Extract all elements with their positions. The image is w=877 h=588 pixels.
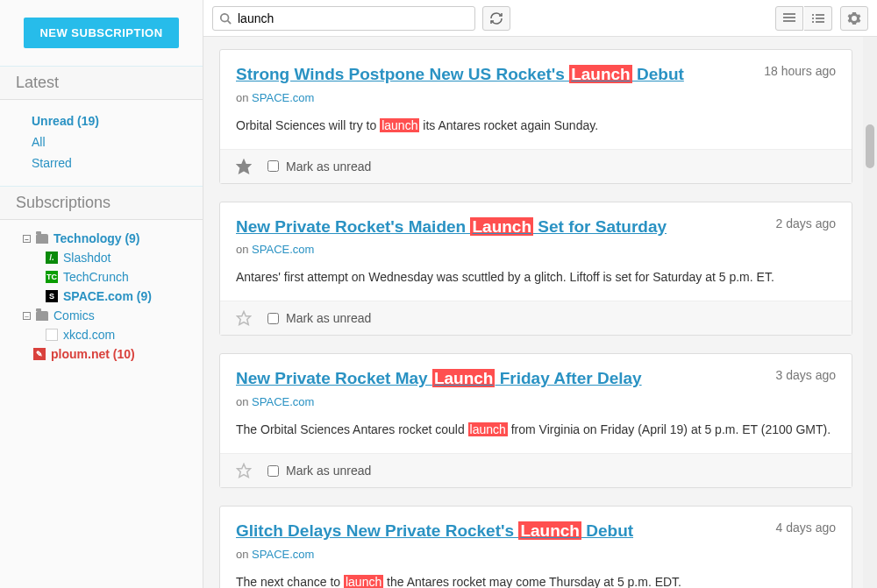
article-timestamp: 4 days ago: [776, 521, 837, 535]
toolbar: [203, 0, 877, 37]
highlight: Launch: [470, 217, 533, 236]
svg-marker-12: [238, 312, 251, 325]
tree-feed-xkcd[interactable]: x xkcd.com: [0, 325, 203, 344]
article-timestamp: 2 days ago: [776, 216, 837, 230]
feed-icon: /.: [46, 251, 58, 264]
article-source: on SPACE.com: [236, 548, 836, 561]
mark-unread-label: Mark as unread: [286, 464, 371, 478]
article-title-link[interactable]: Strong Winds Postpone New US Rocket's La…: [236, 64, 684, 86]
mark-unread-checkbox[interactable]: [267, 160, 279, 172]
view-list-button[interactable]: [804, 6, 832, 31]
article-excerpt: Antares' first attempt on Wednesday was …: [236, 268, 836, 287]
mark-unread-label: Mark as unread: [286, 159, 371, 174]
search-icon: [219, 12, 232, 25]
feed-icon: S: [46, 290, 58, 302]
article-excerpt: Orbital Sciences will try to launch its …: [236, 117, 836, 135]
svg-line-1: [228, 20, 232, 24]
feed-icon: x: [46, 329, 58, 341]
feed-icon: ✎: [33, 348, 46, 360]
scrollbar[interactable]: [863, 37, 877, 588]
tree-label: SPACE.com (9): [63, 289, 152, 303]
article-title-link[interactable]: New Private Rocket's Maiden Launch Set f…: [236, 216, 667, 238]
article-title-link[interactable]: New Private Rocket May Launch Friday Aft…: [236, 368, 642, 390]
mark-unread-toggle[interactable]: Mark as unread: [267, 311, 371, 325]
tree-label: TechCrunch: [63, 270, 129, 284]
main-area: Strong Winds Postpone New US Rocket's La…: [203, 0, 877, 588]
tree-feed-ploum[interactable]: ✎ ploum.net (10): [0, 344, 203, 364]
highlight: launch: [468, 422, 508, 436]
tree-label: Technology (9): [53, 231, 140, 245]
article-excerpt: The Orbital Sciences Antares rocket coul…: [236, 421, 836, 439]
article-source: on SPACE.com: [236, 91, 836, 104]
svg-rect-7: [812, 18, 814, 19]
highlight: Launch: [432, 369, 496, 387]
star-button[interactable]: [236, 159, 252, 174]
svg-rect-9: [812, 21, 814, 23]
article-source: on SPACE.com: [236, 243, 836, 256]
svg-point-0: [221, 13, 229, 21]
svg-marker-13: [238, 464, 251, 478]
svg-rect-10: [816, 21, 824, 23]
folder-icon: [36, 311, 48, 321]
highlight: launch: [344, 575, 383, 588]
refresh-icon: [489, 11, 503, 25]
tree-feed-techcrunch[interactable]: TC TechCrunch: [0, 267, 203, 287]
mark-unread-toggle[interactable]: Mark as unread: [267, 159, 371, 174]
svg-rect-5: [812, 14, 814, 16]
tree-folder-technology[interactable]: – Technology (9): [0, 229, 203, 248]
view-expanded-button[interactable]: [775, 6, 803, 31]
collapse-icon[interactable]: –: [23, 235, 31, 243]
article-card: New Private Rocket May Launch Friday Aft…: [219, 353, 852, 488]
highlight: Launch: [518, 521, 581, 540]
refresh-button[interactable]: [482, 6, 510, 31]
mark-unread-toggle[interactable]: Mark as unread: [267, 464, 371, 478]
svg-rect-4: [783, 20, 795, 22]
settings-button[interactable]: [840, 6, 868, 31]
article-source: on SPACE.com: [236, 395, 836, 408]
search-input[interactable]: [212, 6, 475, 31]
svg-rect-8: [816, 18, 824, 19]
article-source-link[interactable]: SPACE.com: [252, 91, 314, 104]
article-timestamp: 3 days ago: [776, 368, 837, 382]
article-source-link[interactable]: SPACE.com: [252, 395, 314, 408]
sidebar-link-starred[interactable]: Starred: [0, 152, 203, 174]
scrollbar-thumb[interactable]: [866, 124, 874, 168]
article-source-link[interactable]: SPACE.com: [252, 548, 314, 561]
svg-rect-2: [783, 13, 795, 15]
highlight: launch: [380, 118, 419, 132]
sidebar: NEW SUBSCRIPTION Latest Unread (19) All …: [0, 0, 203, 588]
new-subscription-button[interactable]: NEW SUBSCRIPTION: [24, 18, 178, 48]
list-compact-icon: [812, 13, 824, 24]
tree-label: Slashdot: [63, 251, 111, 265]
tree-feed-slashdot[interactable]: /. Slashdot: [0, 248, 203, 267]
article-card: Glitch Delays New Private Rocket's Launc…: [219, 506, 852, 588]
article-list[interactable]: Strong Winds Postpone New US Rocket's La…: [203, 37, 877, 588]
gear-icon: [847, 11, 861, 25]
star-button[interactable]: [236, 310, 252, 326]
folder-icon: [36, 234, 48, 244]
article-source-link[interactable]: SPACE.com: [252, 243, 314, 256]
star-button[interactable]: [236, 463, 252, 478]
article-title-link[interactable]: Glitch Delays New Private Rocket's Launc…: [236, 521, 633, 542]
latest-section-title: Latest: [0, 66, 203, 100]
mark-unread-checkbox[interactable]: [267, 465, 279, 477]
tree-feed-space[interactable]: S SPACE.com (9): [0, 287, 203, 306]
sidebar-link-all[interactable]: All: [0, 131, 203, 152]
feed-icon: TC: [46, 271, 58, 283]
svg-marker-11: [238, 159, 251, 173]
article-card: New Private Rocket's Maiden Launch Set f…: [219, 202, 852, 337]
collapse-icon[interactable]: –: [23, 312, 31, 320]
highlight: Launch: [569, 65, 632, 83]
svg-rect-6: [816, 14, 824, 16]
sidebar-link-unread[interactable]: Unread (19): [0, 110, 203, 131]
tree-label: Comics: [53, 308, 95, 322]
list-expanded-icon: [783, 13, 795, 24]
mark-unread-label: Mark as unread: [286, 311, 371, 325]
svg-rect-3: [783, 17, 795, 18]
tree-label: xkcd.com: [63, 328, 115, 342]
mark-unread-checkbox[interactable]: [267, 313, 279, 324]
article-card: Strong Winds Postpone New US Rocket's La…: [219, 49, 852, 184]
article-timestamp: 18 hours ago: [764, 64, 836, 78]
tree-label: ploum.net (10): [51, 347, 135, 361]
tree-folder-comics[interactable]: – Comics: [0, 306, 203, 325]
